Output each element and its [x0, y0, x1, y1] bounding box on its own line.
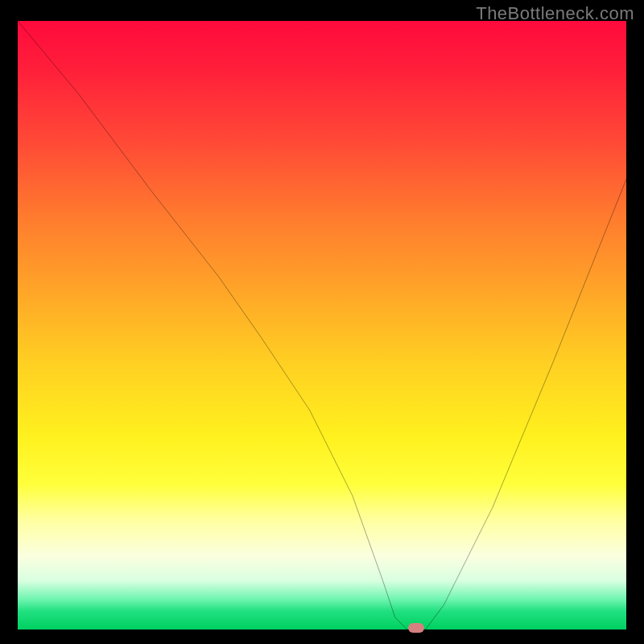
plot-area: [18, 21, 626, 630]
watermark-text: TheBottleneck.com: [476, 3, 634, 24]
curve-path: [18, 21, 626, 630]
bottleneck-curve: [18, 21, 626, 630]
optimal-point-marker: [408, 623, 424, 633]
